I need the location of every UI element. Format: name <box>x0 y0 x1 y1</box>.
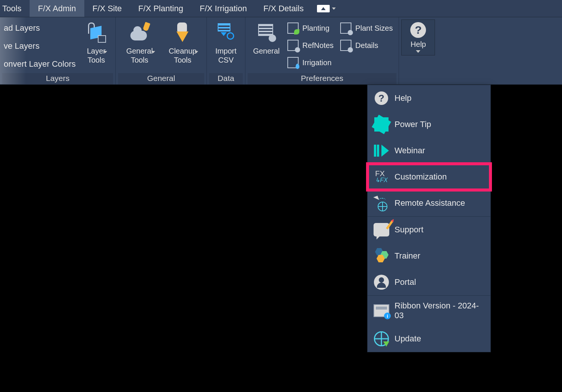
menu-item-label: Support <box>395 225 423 235</box>
menu-item-label: Update <box>395 334 421 344</box>
trainer-icon <box>374 248 389 264</box>
menu-item-webinar[interactable]: Webinar <box>368 138 490 164</box>
menu-item-trainer[interactable]: Trainer <box>368 243 490 269</box>
layers-link-stack: ad Layers ve Layers onvert Layer Colors <box>2 19 79 71</box>
support-icon <box>374 222 389 238</box>
panel-title-data: Data <box>209 73 243 84</box>
panel-help: ? Help <box>399 17 437 84</box>
convert-layer-colors-button[interactable]: onvert Layer Colors <box>4 59 76 69</box>
preferences-planting-button[interactable]: Planting <box>287 19 333 37</box>
menu-item-label: Help <box>395 93 411 103</box>
panel-title-general: General <box>118 73 204 84</box>
cleanup-tools-icon <box>172 22 193 43</box>
preferences-refnotes-label: RefNotes <box>302 41 333 50</box>
menu-item-label: Customization <box>395 172 447 182</box>
preferences-general-label: General <box>253 46 280 55</box>
menu-item-label: Trainer <box>395 251 420 261</box>
menu-item-label: Power Tip <box>395 120 431 129</box>
preferences-details-label: Details <box>355 41 378 50</box>
panel-title-layers: Layers <box>2 73 113 84</box>
preferences-details-button[interactable]: Details <box>340 37 393 54</box>
menu-item-label: Remote Assistance <box>395 198 465 208</box>
menu-item-update[interactable]: Update <box>368 326 490 352</box>
cleanup-tools-button[interactable]: Cleanup Tools <box>161 19 204 64</box>
menu-item-portal[interactable]: Portal <box>368 269 490 295</box>
preferences-refnotes-button[interactable]: RefNotes <box>287 37 333 54</box>
tab-fx-irrigation[interactable]: F/X Irrigation <box>191 0 255 17</box>
update-icon <box>374 331 389 347</box>
preferences-irrigation-button[interactable]: Irrigation <box>287 54 333 71</box>
preferences-general-icon <box>256 22 277 43</box>
menu-item-label: Webinar <box>395 146 425 156</box>
menu-item-label: Portal <box>395 277 416 287</box>
tab-fx-site[interactable]: F/X Site <box>84 0 130 17</box>
chevron-down-icon <box>151 51 155 53</box>
ribbon-collapse-button[interactable] <box>312 0 341 17</box>
customization-icon: FX↳FX <box>374 169 389 185</box>
load-layers-button[interactable]: ad Layers <box>4 23 76 33</box>
tab-tools[interactable]: Tools <box>0 0 30 17</box>
preferences-plant-sizes-label: Plant Sizes <box>355 24 393 33</box>
help-label: Help <box>411 40 426 49</box>
tab-fx-details[interactable]: F/X Details <box>255 0 312 17</box>
remote-assistance-icon <box>374 195 389 211</box>
ribbon-version-icon: i <box>374 303 389 319</box>
cleanup-tools-label: Cleanup Tools <box>169 46 197 64</box>
save-layers-button[interactable]: ve Layers <box>4 41 76 51</box>
tab-fx-planting[interactable]: F/X Planting <box>130 0 191 17</box>
panel-layers: ad Layers ve Layers onvert Layer Colors … <box>0 17 116 84</box>
webinar-icon <box>374 143 389 159</box>
menu-item-ribbon-version[interactable]: i Ribbon Version - 2024-03 <box>368 296 490 326</box>
portal-icon <box>374 274 389 290</box>
general-tools-icon <box>129 22 150 43</box>
preferences-general-button[interactable]: General <box>248 19 285 55</box>
import-csv-button[interactable]: Import CSV <box>209 19 243 64</box>
preferences-plant-sizes-button[interactable]: Plant Sizes <box>340 19 393 37</box>
tab-fx-admin[interactable]: F/X Admin <box>30 0 84 17</box>
chevron-down-icon <box>332 7 336 10</box>
preferences-planting-label: Planting <box>302 24 329 33</box>
chevron-down-icon <box>103 51 107 53</box>
menu-item-customization[interactable]: FX↳FX Customization <box>368 164 490 190</box>
arrow-up-icon <box>317 5 330 12</box>
help-dropdown-menu: ? Help Power Tip Webinar FX↳FX Customiza… <box>367 85 491 352</box>
import-csv-icon <box>215 22 236 43</box>
import-csv-label: Import CSV <box>215 46 237 64</box>
power-tip-icon <box>374 117 389 132</box>
general-tools-label: General Tools <box>126 46 153 64</box>
layer-tools-button[interactable]: Layer Tools <box>79 19 113 64</box>
chevron-down-icon <box>194 51 198 53</box>
layer-tools-icon <box>86 22 107 43</box>
ribbon: ad Layers ve Layers onvert Layer Colors … <box>0 17 562 85</box>
menu-item-power-tip[interactable]: Power Tip <box>368 111 490 138</box>
details-icon <box>340 40 351 51</box>
panel-title-preferences: Preferences <box>248 73 396 84</box>
menu-item-remote-assistance[interactable]: Remote Assistance <box>368 190 490 216</box>
menu-item-label: Ribbon Version - 2024-03 <box>395 301 484 320</box>
refnotes-icon <box>287 40 299 51</box>
help-split-button[interactable]: ? Help <box>401 19 435 55</box>
menu-item-help[interactable]: ? Help <box>368 85 490 111</box>
chevron-down-icon <box>416 50 420 53</box>
preferences-irrigation-label: Irrigation <box>302 58 332 67</box>
ribbon-tabstrip: Tools F/X Admin F/X Site F/X Planting F/… <box>0 0 562 17</box>
help-icon: ? <box>410 22 426 38</box>
panel-data: Import CSV Data <box>207 17 245 84</box>
panel-preferences: General Planting Plant Sizes RefNotes D <box>245 17 399 84</box>
general-tools-button[interactable]: General Tools <box>118 19 161 64</box>
help-icon: ? <box>374 90 389 106</box>
preferences-grid: Planting Plant Sizes RefNotes Details Ir… <box>285 19 396 71</box>
plant-sizes-icon <box>340 22 351 34</box>
planting-icon <box>287 22 299 34</box>
panel-general: General Tools Cleanup Tools General <box>116 17 207 84</box>
menu-item-support[interactable]: Support <box>368 217 490 243</box>
layer-tools-label: Layer Tools <box>87 46 106 64</box>
irrigation-icon <box>287 57 299 68</box>
